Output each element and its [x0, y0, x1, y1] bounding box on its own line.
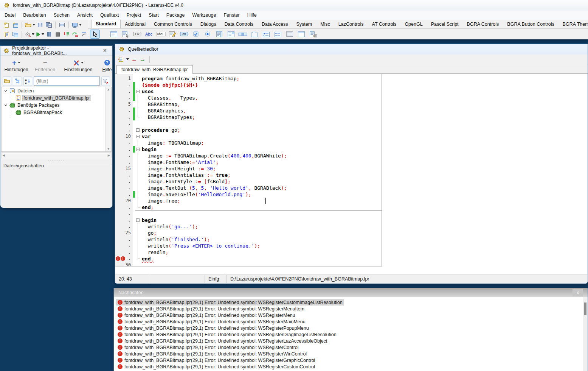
component-checkgroup-button[interactable]: [273, 30, 283, 39]
chevron-down-icon[interactable]: [126, 58, 129, 60]
message-row[interactable]: !fontdraw_with_BGRABitmap.lpr(29,1) Erro…: [116, 363, 316, 370]
code-line-25[interactable]: 25 go;: [115, 230, 382, 236]
fold-collapse-icon[interactable]: −: [136, 90, 140, 93]
menu-item-ansicht[interactable]: Ansicht: [73, 11, 96, 19]
palette-tab-dialogs[interactable]: Dialogs: [196, 20, 220, 28]
component-radiobutton-button[interactable]: [203, 30, 213, 39]
scroll-down-icon[interactable]: ▼: [107, 147, 110, 151]
code-line-29[interactable]: .!!end.: [115, 256, 382, 262]
palette-tab-common-controls[interactable]: Common Controls: [150, 20, 196, 28]
message-row[interactable]: !fontdraw_with_BGRABitmap.lpr(29,1) Erro…: [116, 351, 308, 357]
step-out-button[interactable]: [80, 30, 88, 39]
tree-horizontal-scrollbar[interactable]: ◀▶: [1, 152, 112, 158]
component-button-button[interactable]: Ok: [132, 30, 142, 39]
code-line-1[interactable]: 1program fontdraw_with_BGRABitmap;: [115, 75, 382, 82]
code-line-28[interactable]: . readln;: [115, 249, 382, 256]
menu-item-hilfe[interactable]: Hilfe: [244, 11, 261, 19]
code-line-18[interactable]: . image.TextOut (5, 5, 'Hello world', BG…: [115, 185, 382, 191]
message-row[interactable]: !fontdraw_with_BGRABitmap.lpr(29,1) Erro…: [116, 357, 316, 363]
code-line-26[interactable]: . writeln('finished.');: [115, 236, 382, 243]
step-into-button[interactable]: [63, 30, 70, 39]
code-line-6[interactable]: . BGRAGraphics,: [115, 108, 382, 114]
menu-item-projekt[interactable]: Projekt: [123, 11, 145, 19]
code-line-22[interactable]: .: [115, 210, 382, 217]
open-button[interactable]: [25, 21, 35, 29]
scroll-right-icon[interactable]: ▶: [108, 154, 110, 157]
chevron-down-icon[interactable]: [4, 89, 8, 93]
message-row[interactable]: !fontdraw_with_BGRABitmap.lpr(29,1) Erro…: [116, 338, 329, 344]
tree-vertical-scrollbar[interactable]: ▲▼: [105, 87, 111, 151]
message-row[interactable]: !fontdraw_with_BGRABitmap.lpr(29,1) Erro…: [116, 312, 297, 318]
component-edit-button[interactable]: abcI: [156, 30, 166, 39]
palette-tab-pascal-script[interactable]: Pascal Script: [427, 20, 463, 28]
menu-item-start[interactable]: Start: [145, 11, 162, 19]
message-row[interactable]: !fontdraw_with_BGRABitmap.lpr(29,1) Erro…: [116, 331, 338, 338]
palette-tab-data-controls[interactable]: Data Controls: [220, 20, 258, 28]
fold-collapse-icon[interactable]: −: [136, 218, 140, 222]
message-row[interactable]: !fontdraw_with_BGRABitmap.lpr(29,1) Erro…: [116, 344, 300, 351]
palette-tab-additional[interactable]: Additional: [121, 20, 150, 28]
code-line-24[interactable]: . writeln('go...');: [115, 223, 382, 230]
editor-tab[interactable]: fontdraw_with_BGRABitmap.lpr: [116, 65, 193, 74]
selection-pointer-button[interactable]: [90, 30, 100, 39]
message-row[interactable]: !fontdraw_with_BGRABitmap.lpr(29,1) Erro…: [116, 306, 306, 312]
new-form-button[interactable]: [11, 21, 19, 29]
run-button[interactable]: [36, 30, 44, 39]
code-line-15[interactable]: 15 image.FontHeight := 30;: [115, 165, 382, 172]
chevron-down-icon[interactable]: [81, 62, 84, 64]
code-line-21[interactable]: .end;: [115, 204, 382, 210]
code-line-20[interactable]: 20 image.free;: [115, 198, 382, 204]
component-actionlist-button[interactable]: OK: [308, 30, 318, 39]
code-line-13[interactable]: . image := TBGRABitmap.Create(400,400,BG…: [115, 153, 382, 159]
component-checkbox-button[interactable]: [191, 30, 201, 39]
message-row[interactable]: !fontdraw_with_BGRABitmap.lpr(29,1) Erro…: [116, 325, 310, 331]
tree-item-bgrabitmappack[interactable]: BGRABitmapPack: [2, 109, 111, 116]
inspector-splitter[interactable]: ·········: [0, 159, 112, 162]
menu-item-bearbeiten[interactable]: Bearbeiten: [19, 11, 50, 19]
code-line-16[interactable]: . image.FontAntialias := true;: [115, 172, 382, 178]
palette-tab-lazcontrols[interactable]: LazControls: [334, 20, 368, 28]
save-all-button[interactable]: [45, 21, 53, 29]
message-row[interactable]: !fontdraw_with_BGRABitmap.lpr(29,1) Erro…: [116, 299, 344, 306]
tree-item-ben-tigte-packages[interactable]: Benötigte Packages: [2, 101, 111, 109]
settings-button[interactable]: Einstellungen: [65, 59, 92, 72]
menu-item-datei[interactable]: Datei: [1, 11, 19, 19]
close-icon[interactable]: x: [572, 289, 583, 296]
open-folder-button[interactable]: [3, 76, 11, 86]
code-line-17[interactable]: . image.FontStyle := [fsBold];: [115, 178, 382, 185]
menu-item-quelltext[interactable]: Quelltext: [96, 11, 123, 19]
navigate-back-icon[interactable]: ←: [131, 56, 137, 62]
scroll-up-icon[interactable]: ▲: [107, 88, 110, 91]
component-listbox-button[interactable]: [214, 30, 224, 39]
palette-tab-opengl[interactable]: OpenGL: [400, 20, 427, 28]
chevron-down-icon[interactable]: [33, 24, 35, 26]
code-line-4[interactable]: . Classes, Types,: [115, 95, 382, 101]
scroll-left-icon[interactable]: ◀: [3, 154, 5, 157]
component-frame-button[interactable]: [296, 30, 306, 39]
tree-item-dateien[interactable]: Dateien: [2, 87, 111, 94]
code-line-2[interactable]: .{$mode objfpc}{$H+}: [115, 82, 382, 88]
chevron-down-icon[interactable]: [79, 24, 82, 26]
component-scrollbar-button[interactable]: [238, 30, 248, 39]
code-line-11[interactable]: . image: TBGRABitmap;: [115, 140, 382, 146]
chevron-down-icon[interactable]: [32, 33, 34, 35]
jump-list-icon[interactable]: [118, 56, 124, 62]
view-units-button[interactable]: [3, 30, 10, 39]
code-line-5[interactable]: 5 BGRABitmap,: [115, 101, 382, 108]
view-windows-button[interactable]: [71, 21, 82, 29]
fold-collapse-icon[interactable]: −: [136, 128, 140, 132]
menu-item-suchen[interactable]: Suchen: [50, 11, 73, 19]
palette-tab-data-access[interactable]: Data Access: [258, 20, 292, 28]
component-label-button[interactable]: Abc: [144, 30, 154, 39]
component-togglebox-button[interactable]: on: [179, 30, 189, 39]
palette-tab-bgra-button-controls[interactable]: BGRA Button Controls: [503, 20, 558, 28]
save-button[interactable]: [36, 21, 44, 29]
pause-button[interactable]: [45, 30, 53, 39]
filter-input[interactable]: [34, 76, 100, 86]
chevron-down-icon[interactable]: [18, 62, 20, 64]
code-line-14[interactable]: . image.FontName:='Arial';: [115, 159, 382, 165]
message-row[interactable]: !fontdraw_with_BGRABitmap.lpr(29,1) Erro…: [116, 318, 307, 325]
palette-tab-misc[interactable]: Misc: [316, 20, 334, 28]
chevron-down-icon[interactable]: [4, 103, 8, 107]
view-forms-button[interactable]: [11, 30, 19, 39]
